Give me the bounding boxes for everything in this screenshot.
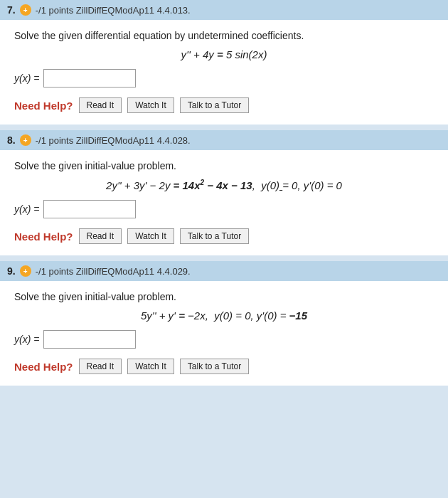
question-8-body: Solve the given initial-value problem. 2… (0, 150, 448, 255)
question-7-answer-label: y(x) = (14, 73, 39, 84)
question-9-read-it[interactable]: Read It (79, 359, 122, 374)
points-icon-7: + (20, 4, 31, 16)
points-icon-9: + (20, 265, 31, 277)
question-9-watch-it[interactable]: Watch It (127, 359, 174, 374)
question-7-equation: y'' + 4y = 5 sin(2x) (14, 48, 434, 60)
question-7-instruction: Solve the given differential equation by… (14, 30, 434, 41)
question-7-read-it[interactable]: Read It (79, 97, 122, 113)
question-7: 7. + -/1 points ZillDiffEQModAp11 4.4.01… (0, 0, 448, 124)
question-9-equation: 5y'' + y' = −2x, y(0) = 0, y'(0) = −15 (14, 309, 434, 322)
question-7-help-row: Need Help? Read It Watch It Talk to a Tu… (14, 97, 434, 113)
question-8-read-it[interactable]: Read It (79, 228, 122, 244)
question-7-need-help: Need Help? (14, 100, 73, 112)
question-9-instruction: Solve the given initial-value problem. (14, 291, 434, 302)
question-8-help-row: Need Help? Read It Watch It Talk to a Tu… (14, 228, 434, 244)
question-7-watch-it[interactable]: Watch It (127, 97, 174, 113)
question-8-answer-row: y(x) = (14, 200, 434, 218)
question-9-help-row: Need Help? Read It Watch It Talk to a Tu… (14, 359, 434, 374)
question-9-answer-row: y(x) = (14, 330, 434, 349)
question-9-need-help: Need Help? (14, 361, 73, 373)
question-7-talk-to-tutor[interactable]: Talk to a Tutor (180, 97, 249, 113)
question-9-talk-to-tutor[interactable]: Talk to a Tutor (180, 359, 249, 374)
question-8-watch-it[interactable]: Watch It (127, 228, 174, 244)
question-7-points: -/1 points ZillDiffEQModAp11 4.4.013. (36, 5, 191, 16)
question-8: 8. + -/1 points ZillDiffEQModAp11 4.4.02… (0, 130, 448, 255)
question-8-instruction: Solve the given initial-value problem. (14, 160, 434, 171)
question-8-talk-to-tutor[interactable]: Talk to a Tutor (180, 228, 249, 244)
question-8-header: 8. + -/1 points ZillDiffEQModAp11 4.4.02… (0, 130, 448, 150)
question-7-answer-input[interactable] (43, 69, 136, 88)
question-8-need-help: Need Help? (14, 231, 73, 243)
question-7-number: 7. (7, 4, 16, 16)
question-9-answer-input[interactable] (43, 330, 136, 349)
question-8-equation: 2y'' + 3y' − 2y = 14x2 − 4x − 13, y(0) =… (14, 179, 434, 191)
question-7-header: 7. + -/1 points ZillDiffEQModAp11 4.4.01… (0, 0, 448, 20)
question-9-header: 9. + -/1 points ZillDiffEQModAp11 4.4.02… (0, 261, 448, 281)
question-7-answer-row: y(x) = (14, 69, 434, 88)
question-8-number: 8. (7, 134, 16, 146)
question-7-body: Solve the given differential equation by… (0, 20, 448, 124)
question-8-answer-label: y(x) = (14, 203, 39, 215)
question-8-answer-input[interactable] (43, 200, 136, 218)
question-9: 9. + -/1 points ZillDiffEQModAp11 4.4.02… (0, 261, 448, 386)
question-9-body: Solve the given initial-value problem. 5… (0, 281, 448, 386)
question-9-answer-label: y(x) = (14, 334, 39, 345)
question-8-points: -/1 points ZillDiffEQModAp11 4.4.028. (36, 135, 191, 146)
question-9-number: 9. (7, 265, 16, 277)
question-9-points: -/1 points ZillDiffEQModAp11 4.4.029. (36, 266, 191, 277)
points-icon-8: + (20, 134, 31, 146)
